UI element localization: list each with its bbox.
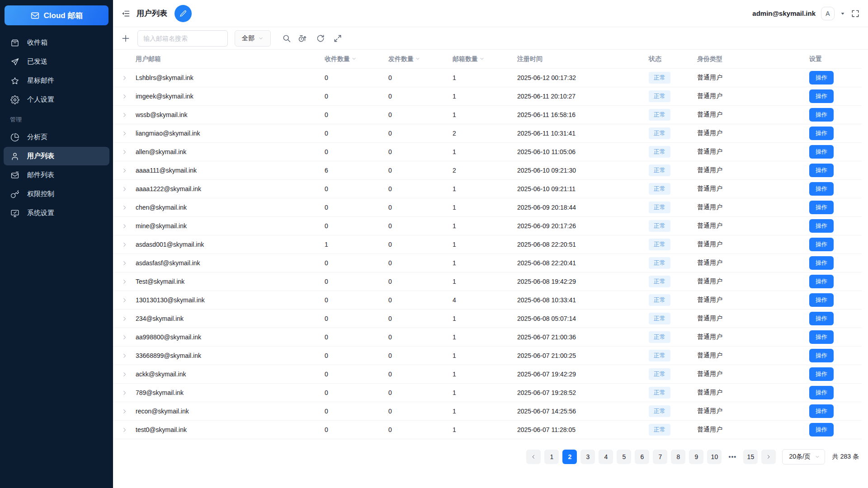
cell-mailbox-count: 2 — [453, 130, 517, 137]
row-action-button[interactable]: 操作 — [809, 293, 834, 307]
row-expand-icon[interactable] — [122, 279, 127, 285]
sidebar-item-inbox[interactable]: 收件箱 — [4, 33, 109, 52]
pagination-page-2[interactable]: 2 — [562, 450, 577, 464]
row-expand-icon[interactable] — [122, 223, 127, 229]
row-expand-icon[interactable] — [122, 408, 127, 414]
cell-mailbox-count: 1 — [453, 93, 517, 100]
row-action-button[interactable]: 操作 — [809, 275, 834, 288]
sidebar-item-personal-settings[interactable]: 个人设置 — [4, 90, 109, 109]
cell-inbox-count: 0 — [325, 389, 388, 396]
table-header: 用户邮箱 收件数量 发件数量 邮箱数量 注册时间 状态 身份类型 设置 — [113, 50, 862, 69]
row-action-button[interactable]: 操作 — [809, 404, 834, 418]
row-expand-icon[interactable] — [122, 112, 127, 118]
row-expand-icon[interactable] — [122, 205, 127, 211]
sort-time-icon[interactable] — [298, 34, 307, 43]
pagination-page-5[interactable]: 5 — [617, 450, 631, 464]
row-expand-icon[interactable] — [122, 390, 127, 396]
row-expand-icon[interactable] — [122, 75, 127, 81]
row-action-button[interactable]: 操作 — [809, 256, 834, 270]
row-action-button[interactable]: 操作 — [809, 182, 834, 196]
row-action-button[interactable]: 操作 — [809, 89, 834, 103]
pagination-page-1[interactable]: 1 — [544, 450, 559, 464]
cell-sent-count: 0 — [388, 333, 453, 341]
pagination-next-button[interactable] — [761, 450, 776, 464]
filter-select[interactable]: 全部 — [235, 30, 271, 47]
row-action-button[interactable]: 操作 — [809, 238, 834, 251]
cell-inbox-count: 0 — [325, 222, 388, 230]
sidebar-item-permissions[interactable]: 权限控制 — [4, 185, 109, 203]
pagination-page-8[interactable]: 8 — [671, 450, 685, 464]
star-icon — [10, 76, 20, 85]
col-header-inbox-count[interactable]: 收件数量 — [325, 55, 388, 63]
row-expand-icon[interactable] — [122, 131, 127, 136]
cell-mailbox-count: 1 — [453, 74, 517, 81]
pagination-page-6[interactable]: 6 — [635, 450, 649, 464]
row-expand-icon[interactable] — [122, 297, 127, 303]
cell-mailbox-count: 1 — [453, 222, 517, 230]
row-expand-icon[interactable] — [122, 260, 127, 266]
pagination-page-4[interactable]: 4 — [599, 450, 613, 464]
edit-button[interactable] — [175, 5, 192, 22]
row-action-button[interactable]: 操作 — [809, 330, 834, 344]
app-logo[interactable]: Cloud 邮箱 — [5, 5, 108, 25]
search-input[interactable] — [137, 30, 228, 47]
row-action-button[interactable]: 操作 — [809, 71, 834, 84]
row-expand-icon[interactable] — [122, 316, 127, 322]
row-action-button[interactable]: 操作 — [809, 423, 834, 436]
sidebar-item-label: 已发送 — [27, 57, 47, 66]
sidebar-item-analytics[interactable]: 分析页 — [4, 128, 109, 146]
search-icon[interactable] — [282, 34, 291, 43]
collapse-sidebar-icon[interactable] — [121, 9, 130, 18]
row-action-button[interactable]: 操作 — [809, 219, 834, 233]
sidebar-item-sent[interactable]: 已发送 — [4, 52, 109, 71]
col-header-mailbox-count[interactable]: 邮箱数量 — [453, 55, 517, 63]
cell-mailbox-count: 1 — [453, 352, 517, 359]
add-user-button[interactable] — [121, 34, 130, 43]
row-expand-icon[interactable] — [122, 168, 127, 174]
pagination-page-9[interactable]: 9 — [689, 450, 703, 464]
row-action-button[interactable]: 操作 — [809, 386, 834, 399]
row-action-button[interactable]: 操作 — [809, 312, 834, 325]
cell-sent-count: 0 — [388, 93, 453, 100]
row-action-button[interactable]: 操作 — [809, 349, 834, 362]
row-expand-icon[interactable] — [122, 149, 127, 155]
status-badge: 正常 — [649, 164, 670, 176]
sidebar-item-starred[interactable]: 星标邮件 — [4, 71, 109, 90]
avatar[interactable]: A — [821, 7, 835, 20]
pagination-ellipsis[interactable]: ••• — [725, 450, 740, 464]
cell-inbox-count: 0 — [325, 204, 388, 211]
row-action-button[interactable]: 操作 — [809, 145, 834, 159]
cell-mailbox-count: 1 — [453, 185, 517, 192]
row-action-button[interactable]: 操作 — [809, 108, 834, 122]
pagination-page-7[interactable]: 7 — [653, 450, 667, 464]
sidebar-section-label: 管理 — [0, 109, 113, 127]
sidebar-item-system-settings[interactable]: 系统设置 — [4, 204, 109, 222]
page-size-select[interactable]: 20条/页 — [782, 449, 825, 465]
caret-down-icon[interactable] — [840, 11, 845, 16]
status-badge: 正常 — [649, 202, 670, 213]
pagination-page-3[interactable]: 3 — [580, 450, 595, 464]
pagination-page-15[interactable]: 15 — [743, 450, 758, 464]
cell-inbox-count: 0 — [325, 296, 388, 304]
row-expand-icon[interactable] — [122, 427, 127, 433]
row-action-button[interactable]: 操作 — [809, 164, 834, 177]
row-expand-icon[interactable] — [122, 353, 127, 359]
row-expand-icon[interactable] — [122, 334, 127, 340]
row-action-button[interactable]: 操作 — [809, 201, 834, 214]
row-expand-icon[interactable] — [122, 186, 127, 192]
pagination-page-10[interactable]: 10 — [707, 450, 722, 464]
fullscreen-icon[interactable] — [851, 9, 860, 18]
refresh-icon[interactable] — [316, 34, 325, 43]
sidebar-item-mail-list[interactable]: 邮件列表 — [4, 166, 109, 184]
sidebar-item-user-list[interactable]: 用户列表 — [4, 147, 109, 165]
col-header-sent-count[interactable]: 发件数量 — [388, 55, 453, 63]
expand-icon[interactable] — [333, 34, 342, 43]
row-expand-icon[interactable] — [122, 242, 127, 248]
cell-registered: 2025-06-10 11:05:06 — [517, 148, 649, 155]
pagination-prev-button[interactable] — [526, 450, 541, 464]
status-badge: 正常 — [649, 183, 670, 195]
row-action-button[interactable]: 操作 — [809, 367, 834, 381]
row-expand-icon[interactable] — [122, 94, 127, 99]
row-action-button[interactable]: 操作 — [809, 127, 834, 140]
row-expand-icon[interactable] — [122, 371, 127, 377]
